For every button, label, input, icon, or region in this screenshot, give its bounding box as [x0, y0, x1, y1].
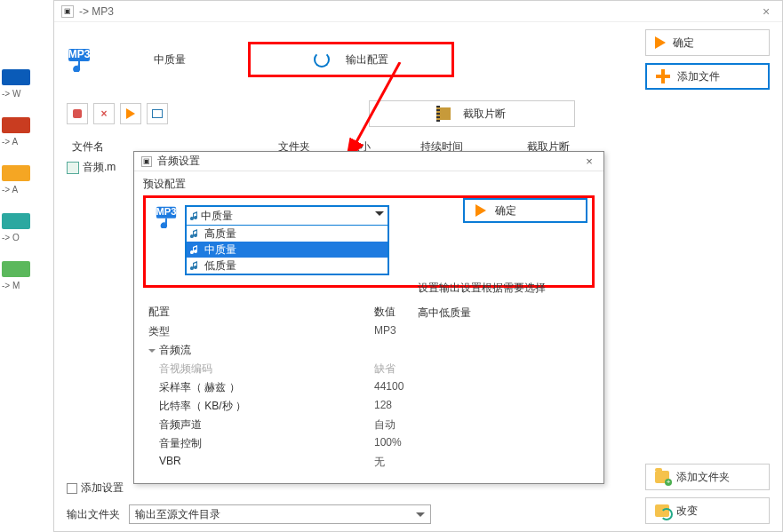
- chevron-down-icon: [148, 349, 156, 353]
- app-icon: ▣: [61, 5, 74, 18]
- play-arrow-icon: [475, 204, 486, 217]
- sidebar-item[interactable]: -> M: [0, 261, 53, 298]
- prop-row: 类型MP3: [143, 322, 595, 341]
- dialog-close-icon[interactable]: ×: [582, 155, 596, 168]
- dialog-ok-button[interactable]: 确定: [463, 198, 587, 223]
- sidebar-item[interactable]: -> A: [0, 165, 53, 202]
- dropdown-option-medium[interactable]: 中质量: [187, 242, 388, 258]
- audio-file-icon: [67, 162, 79, 174]
- cut-segment-button[interactable]: 截取片断: [369, 100, 575, 127]
- prop-group-row[interactable]: 音频流: [143, 341, 595, 360]
- tool-screen-button[interactable]: [147, 103, 168, 124]
- tool-play-button[interactable]: [120, 103, 141, 124]
- mp3-icon: MP3: [155, 205, 178, 228]
- svg-text:MP3: MP3: [68, 48, 91, 60]
- dropdown-list: 高质量 中质量 低质量: [187, 225, 388, 274]
- remove-icon: [73, 109, 82, 118]
- format-badge-icon: [2, 165, 30, 181]
- dialog-icon: ▣: [141, 156, 152, 167]
- mp3-icon: MP3: [67, 47, 92, 72]
- format-badge-icon: [2, 117, 30, 133]
- play-icon: [126, 108, 135, 119]
- add-folder-button[interactable]: + 添加文件夹: [645, 464, 770, 490]
- quality-dropdown[interactable]: 中质量 高质量 中质量 低质量: [185, 205, 389, 275]
- format-badge-icon: [2, 69, 30, 85]
- annotation-text: 设置输出设置根据需要选择 高中低质量: [418, 275, 546, 325]
- play-arrow-icon: [655, 36, 666, 49]
- prop-row: 采样率（ 赫兹 ）44100: [143, 378, 595, 397]
- dropdown-option-high[interactable]: 高质量: [187, 226, 388, 242]
- svg-text:MP3: MP3: [156, 206, 177, 217]
- folder-refresh-icon: [655, 504, 669, 517]
- prop-row: 音视频编码缺省: [143, 360, 595, 378]
- chevron-down-icon: [375, 211, 384, 216]
- folder-plus-icon: +: [655, 471, 669, 483]
- sidebar-item[interactable]: -> O: [0, 213, 53, 250]
- ok-button[interactable]: 确定: [645, 29, 770, 56]
- add-file-button[interactable]: 添加文件: [645, 63, 770, 90]
- checkbox-icon[interactable]: [67, 483, 77, 494]
- output-folder-label: 输出文件夹: [67, 507, 120, 522]
- quality-label: 中质量: [154, 52, 186, 67]
- titlebar: ▣ -> MP3 ×: [54, 1, 782, 22]
- top-row: MP3 中质量 输出配置 确定 添加文件: [54, 22, 782, 97]
- dialog-title: 音频设置: [157, 154, 582, 169]
- window-title: -> MP3: [79, 5, 757, 18]
- dropdown-selected[interactable]: 中质量: [187, 207, 388, 225]
- filename-cell: 音频.m: [83, 160, 116, 175]
- note-icon: [190, 210, 201, 221]
- prop-row: 音量控制100%: [143, 434, 595, 453]
- note-icon: [190, 228, 201, 239]
- output-folder-select[interactable]: 输出至源文件目录: [129, 504, 431, 524]
- tool-delete-button[interactable]: ×: [93, 103, 115, 124]
- note-icon: [190, 260, 201, 271]
- props-key-header: 配置: [143, 302, 369, 322]
- change-button[interactable]: 改变: [645, 497, 770, 524]
- sidebar-item[interactable]: -> A: [0, 117, 53, 155]
- close-icon[interactable]: ×: [757, 4, 775, 19]
- plus-icon: [656, 69, 670, 83]
- sidebar-item[interactable]: -> W: [0, 69, 53, 107]
- left-sidebar: -> W -> A -> A -> O -> M: [0, 69, 53, 309]
- dropdown-option-low[interactable]: 低质量: [187, 258, 388, 274]
- properties-grid: 配置 数值 类型MP3 音频流 音视频编码缺省 采样率（ 赫兹 ）44100 比…: [143, 302, 595, 472]
- prop-row: VBR无: [143, 453, 595, 472]
- screen-icon: [152, 109, 163, 118]
- format-badge-icon: [2, 261, 30, 277]
- note-icon: [190, 244, 201, 255]
- prop-row: 音频声道自动: [143, 416, 595, 434]
- right-bottom-buttons: + 添加文件夹 改变: [645, 464, 770, 524]
- preset-label: 预设配置: [143, 177, 595, 192]
- tool-remove-button[interactable]: [67, 103, 88, 124]
- dialog-titlebar: ▣ 音频设置 ×: [134, 152, 603, 171]
- toolbar: × 截取片断: [54, 97, 782, 131]
- x-icon: ×: [100, 107, 107, 120]
- format-badge-icon: [2, 213, 30, 229]
- prop-row: 比特率（ KB/秒 ）128: [143, 397, 595, 416]
- output-config-button[interactable]: 输出配置: [248, 42, 454, 77]
- film-icon: [438, 107, 451, 120]
- gear-icon: [314, 52, 330, 67]
